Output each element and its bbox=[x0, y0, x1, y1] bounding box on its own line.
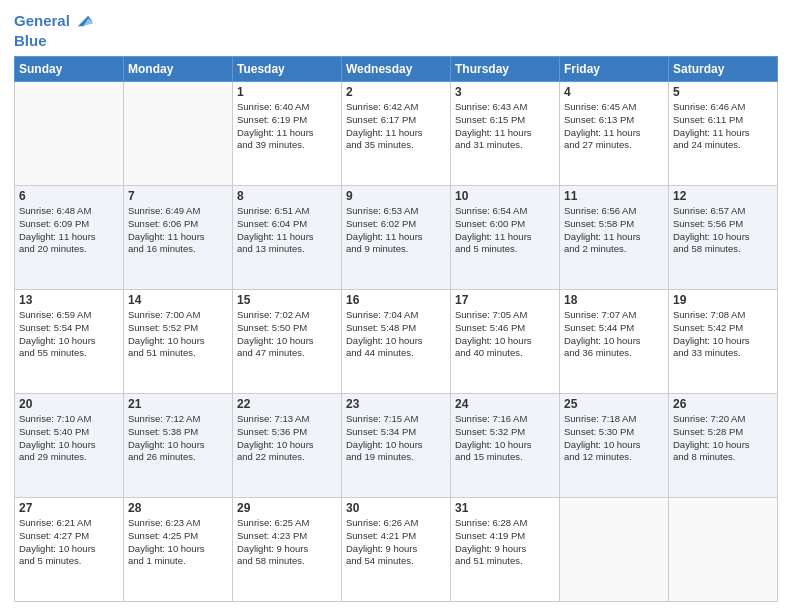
logo-blue: Blue bbox=[14, 32, 94, 50]
cell-info: Sunrise: 6:42 AM Sunset: 6:17 PM Dayligh… bbox=[346, 101, 446, 152]
cell-info: Sunrise: 6:23 AM Sunset: 4:25 PM Dayligh… bbox=[128, 517, 228, 568]
week-row-4: 20Sunrise: 7:10 AM Sunset: 5:40 PM Dayli… bbox=[15, 394, 778, 498]
calendar-cell: 28Sunrise: 6:23 AM Sunset: 4:25 PM Dayli… bbox=[124, 498, 233, 602]
day-number: 9 bbox=[346, 189, 446, 203]
cell-info: Sunrise: 7:08 AM Sunset: 5:42 PM Dayligh… bbox=[673, 309, 773, 360]
calendar-cell: 7Sunrise: 6:49 AM Sunset: 6:06 PM Daylig… bbox=[124, 186, 233, 290]
cell-info: Sunrise: 7:13 AM Sunset: 5:36 PM Dayligh… bbox=[237, 413, 337, 464]
cell-info: Sunrise: 7:02 AM Sunset: 5:50 PM Dayligh… bbox=[237, 309, 337, 360]
header: General Blue bbox=[14, 10, 778, 50]
calendar-cell: 18Sunrise: 7:07 AM Sunset: 5:44 PM Dayli… bbox=[560, 290, 669, 394]
calendar-cell: 5Sunrise: 6:46 AM Sunset: 6:11 PM Daylig… bbox=[669, 82, 778, 186]
weekday-tuesday: Tuesday bbox=[233, 57, 342, 82]
cell-info: Sunrise: 6:54 AM Sunset: 6:00 PM Dayligh… bbox=[455, 205, 555, 256]
day-number: 14 bbox=[128, 293, 228, 307]
calendar-cell: 12Sunrise: 6:57 AM Sunset: 5:56 PM Dayli… bbox=[669, 186, 778, 290]
weekday-friday: Friday bbox=[560, 57, 669, 82]
calendar: SundayMondayTuesdayWednesdayThursdayFrid… bbox=[14, 56, 778, 602]
calendar-cell: 21Sunrise: 7:12 AM Sunset: 5:38 PM Dayli… bbox=[124, 394, 233, 498]
day-number: 25 bbox=[564, 397, 664, 411]
week-row-2: 6Sunrise: 6:48 AM Sunset: 6:09 PM Daylig… bbox=[15, 186, 778, 290]
cell-info: Sunrise: 7:18 AM Sunset: 5:30 PM Dayligh… bbox=[564, 413, 664, 464]
day-number: 3 bbox=[455, 85, 555, 99]
day-number: 2 bbox=[346, 85, 446, 99]
calendar-cell bbox=[669, 498, 778, 602]
day-number: 11 bbox=[564, 189, 664, 203]
calendar-cell: 27Sunrise: 6:21 AM Sunset: 4:27 PM Dayli… bbox=[15, 498, 124, 602]
cell-info: Sunrise: 7:10 AM Sunset: 5:40 PM Dayligh… bbox=[19, 413, 119, 464]
cell-info: Sunrise: 7:20 AM Sunset: 5:28 PM Dayligh… bbox=[673, 413, 773, 464]
cell-info: Sunrise: 6:45 AM Sunset: 6:13 PM Dayligh… bbox=[564, 101, 664, 152]
cell-info: Sunrise: 7:15 AM Sunset: 5:34 PM Dayligh… bbox=[346, 413, 446, 464]
calendar-cell: 17Sunrise: 7:05 AM Sunset: 5:46 PM Dayli… bbox=[451, 290, 560, 394]
cell-info: Sunrise: 7:12 AM Sunset: 5:38 PM Dayligh… bbox=[128, 413, 228, 464]
cell-info: Sunrise: 6:25 AM Sunset: 4:23 PM Dayligh… bbox=[237, 517, 337, 568]
cell-info: Sunrise: 6:59 AM Sunset: 5:54 PM Dayligh… bbox=[19, 309, 119, 360]
day-number: 16 bbox=[346, 293, 446, 307]
cell-info: Sunrise: 6:40 AM Sunset: 6:19 PM Dayligh… bbox=[237, 101, 337, 152]
day-number: 13 bbox=[19, 293, 119, 307]
day-number: 31 bbox=[455, 501, 555, 515]
calendar-cell: 25Sunrise: 7:18 AM Sunset: 5:30 PM Dayli… bbox=[560, 394, 669, 498]
logo: General Blue bbox=[14, 10, 94, 50]
weekday-saturday: Saturday bbox=[669, 57, 778, 82]
calendar-cell: 24Sunrise: 7:16 AM Sunset: 5:32 PM Dayli… bbox=[451, 394, 560, 498]
calendar-cell: 20Sunrise: 7:10 AM Sunset: 5:40 PM Dayli… bbox=[15, 394, 124, 498]
cell-info: Sunrise: 6:28 AM Sunset: 4:19 PM Dayligh… bbox=[455, 517, 555, 568]
calendar-cell bbox=[560, 498, 669, 602]
calendar-cell: 14Sunrise: 7:00 AM Sunset: 5:52 PM Dayli… bbox=[124, 290, 233, 394]
day-number: 27 bbox=[19, 501, 119, 515]
weekday-thursday: Thursday bbox=[451, 57, 560, 82]
day-number: 12 bbox=[673, 189, 773, 203]
calendar-cell: 19Sunrise: 7:08 AM Sunset: 5:42 PM Dayli… bbox=[669, 290, 778, 394]
day-number: 23 bbox=[346, 397, 446, 411]
day-number: 26 bbox=[673, 397, 773, 411]
logo-text: General bbox=[14, 12, 70, 30]
page: General Blue SundayMondayTuesdayWednesda… bbox=[0, 0, 792, 612]
week-row-5: 27Sunrise: 6:21 AM Sunset: 4:27 PM Dayli… bbox=[15, 498, 778, 602]
calendar-cell: 22Sunrise: 7:13 AM Sunset: 5:36 PM Dayli… bbox=[233, 394, 342, 498]
week-row-3: 13Sunrise: 6:59 AM Sunset: 5:54 PM Dayli… bbox=[15, 290, 778, 394]
day-number: 8 bbox=[237, 189, 337, 203]
cell-info: Sunrise: 7:05 AM Sunset: 5:46 PM Dayligh… bbox=[455, 309, 555, 360]
day-number: 20 bbox=[19, 397, 119, 411]
day-number: 1 bbox=[237, 85, 337, 99]
cell-info: Sunrise: 6:46 AM Sunset: 6:11 PM Dayligh… bbox=[673, 101, 773, 152]
calendar-cell: 29Sunrise: 6:25 AM Sunset: 4:23 PM Dayli… bbox=[233, 498, 342, 602]
cell-info: Sunrise: 7:04 AM Sunset: 5:48 PM Dayligh… bbox=[346, 309, 446, 360]
cell-info: Sunrise: 6:43 AM Sunset: 6:15 PM Dayligh… bbox=[455, 101, 555, 152]
day-number: 6 bbox=[19, 189, 119, 203]
day-number: 15 bbox=[237, 293, 337, 307]
day-number: 30 bbox=[346, 501, 446, 515]
calendar-cell: 26Sunrise: 7:20 AM Sunset: 5:28 PM Dayli… bbox=[669, 394, 778, 498]
weekday-wednesday: Wednesday bbox=[342, 57, 451, 82]
day-number: 18 bbox=[564, 293, 664, 307]
logo-icon bbox=[72, 10, 94, 32]
calendar-cell bbox=[15, 82, 124, 186]
day-number: 29 bbox=[237, 501, 337, 515]
day-number: 10 bbox=[455, 189, 555, 203]
cell-info: Sunrise: 7:07 AM Sunset: 5:44 PM Dayligh… bbox=[564, 309, 664, 360]
day-number: 21 bbox=[128, 397, 228, 411]
calendar-cell: 15Sunrise: 7:02 AM Sunset: 5:50 PM Dayli… bbox=[233, 290, 342, 394]
calendar-cell: 4Sunrise: 6:45 AM Sunset: 6:13 PM Daylig… bbox=[560, 82, 669, 186]
calendar-cell: 11Sunrise: 6:56 AM Sunset: 5:58 PM Dayli… bbox=[560, 186, 669, 290]
day-number: 19 bbox=[673, 293, 773, 307]
calendar-cell: 6Sunrise: 6:48 AM Sunset: 6:09 PM Daylig… bbox=[15, 186, 124, 290]
day-number: 17 bbox=[455, 293, 555, 307]
calendar-cell: 30Sunrise: 6:26 AM Sunset: 4:21 PM Dayli… bbox=[342, 498, 451, 602]
cell-info: Sunrise: 6:21 AM Sunset: 4:27 PM Dayligh… bbox=[19, 517, 119, 568]
calendar-cell: 31Sunrise: 6:28 AM Sunset: 4:19 PM Dayli… bbox=[451, 498, 560, 602]
cell-info: Sunrise: 6:56 AM Sunset: 5:58 PM Dayligh… bbox=[564, 205, 664, 256]
calendar-cell: 9Sunrise: 6:53 AM Sunset: 6:02 PM Daylig… bbox=[342, 186, 451, 290]
cell-info: Sunrise: 7:16 AM Sunset: 5:32 PM Dayligh… bbox=[455, 413, 555, 464]
calendar-cell: 1Sunrise: 6:40 AM Sunset: 6:19 PM Daylig… bbox=[233, 82, 342, 186]
cell-info: Sunrise: 6:48 AM Sunset: 6:09 PM Dayligh… bbox=[19, 205, 119, 256]
weekday-header-row: SundayMondayTuesdayWednesdayThursdayFrid… bbox=[15, 57, 778, 82]
calendar-cell: 13Sunrise: 6:59 AM Sunset: 5:54 PM Dayli… bbox=[15, 290, 124, 394]
weekday-sunday: Sunday bbox=[15, 57, 124, 82]
day-number: 4 bbox=[564, 85, 664, 99]
day-number: 7 bbox=[128, 189, 228, 203]
calendar-cell: 8Sunrise: 6:51 AM Sunset: 6:04 PM Daylig… bbox=[233, 186, 342, 290]
cell-info: Sunrise: 6:57 AM Sunset: 5:56 PM Dayligh… bbox=[673, 205, 773, 256]
